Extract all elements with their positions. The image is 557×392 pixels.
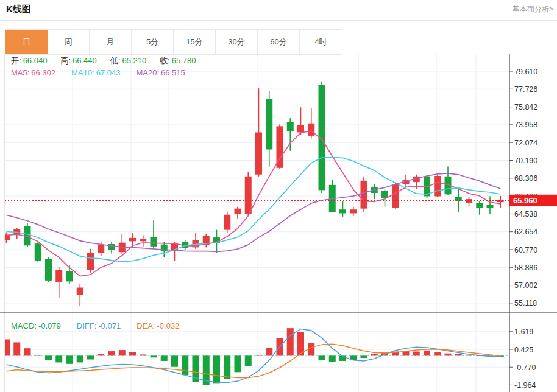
macd-bar	[3, 339, 10, 355]
ohlc-label: 收:	[160, 56, 170, 65]
price-axis-label: 73.958	[514, 121, 537, 129]
candle-body	[66, 271, 73, 281]
candle-body	[476, 203, 483, 208]
candle-body	[224, 215, 230, 230]
candle-body	[308, 124, 314, 136]
macd-axis-label: 1.619	[514, 327, 533, 336]
macd-item: MACD:-0.079	[11, 321, 61, 331]
macd-bar	[171, 355, 178, 366]
gridlines	[5, 54, 510, 392]
macd-bar	[319, 355, 325, 360]
macd-label: MACD:	[11, 321, 37, 331]
ohlc-label: 低:	[110, 56, 121, 65]
macd-readout: MACD:-0.079DIFF:-0.071DEA:-0.032	[11, 321, 179, 331]
macd-bar	[413, 352, 420, 356]
ohlc-value: 65.780	[172, 56, 196, 65]
ohlc-item: 收:65.780	[160, 55, 196, 66]
price-axis-label: 75.842	[514, 103, 537, 111]
macd-bar	[161, 355, 168, 361]
tab-period-5[interactable]: 15分	[174, 30, 216, 54]
ma5-line	[7, 131, 501, 276]
ma-label: MA10:	[71, 68, 94, 77]
macd-bar	[213, 355, 220, 383]
macd-bar	[308, 343, 314, 356]
candle-body	[45, 259, 52, 281]
y-axis: 79.61077.72675.84273.95872.07470.19068.3…	[509, 68, 537, 390]
macd-bar	[119, 350, 126, 355]
candle-body	[235, 209, 241, 214]
candle-body	[255, 132, 262, 174]
macd-label: DEA:	[137, 321, 155, 331]
ma10-line	[7, 158, 501, 262]
macd-bar	[455, 354, 462, 355]
ohlc-label: 高:	[60, 56, 71, 65]
macd-value: -0.032	[157, 321, 179, 331]
tab-period-2[interactable]: 周	[48, 30, 90, 54]
macd-bar	[66, 355, 73, 363]
macd-bar	[108, 351, 115, 355]
ma-value: 67.043	[96, 68, 121, 77]
tab-period-3[interactable]: 月	[90, 30, 132, 54]
price-axis-label: 64.538	[514, 210, 537, 219]
price-axis-label: 55.118	[514, 299, 537, 307]
macd-bar	[13, 342, 20, 355]
ohlc-value: 66.040	[23, 56, 48, 65]
ohlc-item: 低:65.210	[110, 55, 146, 66]
macd-bar	[245, 355, 252, 366]
price-axis-label: 60.770	[514, 246, 537, 254]
macd-bar	[235, 355, 241, 372]
ma-item: MA5:66.302	[11, 68, 55, 77]
macd-bar	[361, 355, 367, 358]
price-axis-label: 68.306	[514, 174, 537, 183]
candle-body	[434, 176, 441, 196]
candle-body	[266, 99, 272, 149]
macd-bar	[434, 352, 441, 355]
macd-bar	[24, 348, 31, 355]
candle-body	[392, 184, 399, 208]
macd-item: DIFF:-0.071	[77, 321, 121, 331]
price-axis-label: 62.654	[514, 228, 537, 236]
macd-bar	[424, 351, 430, 356]
ohlc-label: 开:	[11, 56, 21, 65]
macd-bar	[87, 355, 94, 359]
tab-period-8[interactable]: 4时	[300, 30, 342, 54]
candle-body	[361, 181, 367, 209]
candle-body	[487, 205, 494, 208]
candle-body	[350, 209, 357, 213]
macd-bar	[371, 354, 378, 355]
candle-body	[129, 238, 136, 241]
period-tabbar: 日周月5分15分30分60分4时	[5, 29, 342, 55]
macd-bar	[445, 354, 452, 356]
ohlc-value: 66.440	[73, 56, 97, 65]
tab-period-1[interactable]: 日	[5, 30, 48, 54]
candle-body	[151, 237, 157, 247]
macd-axis-label: -1.964	[514, 381, 536, 390]
ma-item: MA20:66.515	[136, 68, 185, 77]
header-divider	[0, 20, 557, 21]
macd-bar	[140, 354, 146, 355]
tab-period-6[interactable]: 30分	[216, 30, 258, 54]
candle-body	[339, 209, 346, 213]
candle-body	[455, 197, 462, 201]
macd-bar	[266, 348, 272, 355]
macd-label: DIFF:	[77, 321, 97, 331]
macd-bar	[224, 355, 230, 379]
ma-value: 66.302	[31, 68, 55, 77]
macd-bar	[45, 355, 52, 360]
macd-bar	[77, 355, 83, 362]
price-axis-label: 77.726	[514, 85, 537, 94]
candle-body	[87, 253, 94, 270]
macd-item: DEA:-0.032	[137, 321, 179, 331]
tab-period-7[interactable]: 60分	[258, 30, 300, 54]
ma-value: 66.515	[161, 68, 185, 77]
macd-bar	[329, 355, 336, 362]
ma-label: MA20:	[136, 68, 159, 77]
candle-body	[35, 243, 41, 261]
price-axis-label: 79.610	[514, 68, 537, 76]
price-axis-label: 57.002	[514, 281, 537, 290]
candle-body	[98, 245, 104, 253]
candle-body	[140, 239, 146, 241]
candle-body	[77, 288, 83, 295]
fundamental-analysis-link[interactable]: 基本面分析>	[513, 4, 553, 15]
tab-period-4[interactable]: 5分	[132, 30, 174, 54]
